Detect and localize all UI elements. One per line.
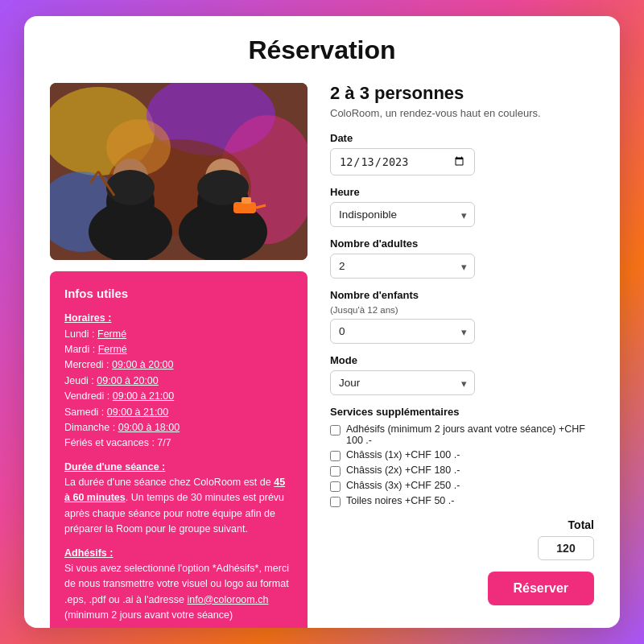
horaire-feries: Fériés et vacances : 7/7 — [64, 436, 293, 451]
service-item-2: Châssis (2x) +CHF 180 .- — [330, 464, 594, 477]
services-group: Services supplémentaires Adhésifs (minim… — [330, 406, 594, 507]
horaires-list: Lundi : Fermé Mardi : Fermé Mercredi : 0… — [64, 327, 293, 452]
horaire-jeudi: Jeudi : 09:00 à 20:00 — [64, 374, 293, 389]
room-title: 2 à 3 personnes — [330, 83, 594, 104]
heure-select-wrapper: Indisponible — [330, 202, 475, 227]
right-column: 2 à 3 personnes ColoRoom, un rendez-vous… — [330, 83, 594, 628]
enfants-sublabel: (Jusqu'à 12 ans) — [330, 305, 594, 315]
total-label: Total — [568, 518, 594, 531]
horaire-jeudi-link[interactable]: 09:00 à 20:00 — [97, 375, 158, 386]
horaire-dimanche: Dimanche : 09:00 à 18:00 — [64, 420, 293, 436]
service-item-1: Châssis (1x) +CHF 100 .- — [330, 449, 594, 461]
service-checkbox-2[interactable] — [330, 466, 341, 477]
duree-link[interactable]: 45 à 60 minutes — [64, 477, 285, 503]
horaire-lundi-link[interactable]: Fermé — [97, 328, 126, 340]
duree-label: Durée d'une séance : — [64, 460, 293, 475]
mode-select[interactable]: Jour Soir — [330, 370, 475, 395]
adhesifs-text: Si vous avez selectionné l'option *Adhés… — [64, 563, 289, 621]
horaire-mercredi-link[interactable]: 09:00 à 20:00 — [112, 359, 173, 370]
horaire-mardi: Mardi : Fermé — [64, 342, 293, 357]
horaires-label: Horaires : — [64, 311, 293, 326]
svg-point-10 — [106, 170, 155, 205]
date-label: Date — [330, 132, 594, 144]
service-label-2: Châssis (2x) +CHF 180 .- — [346, 464, 460, 476]
total-section: Total 120 Réserver — [330, 518, 594, 605]
heure-select[interactable]: Indisponible — [330, 202, 475, 227]
reservation-card: Réservation — [24, 16, 620, 628]
adultes-select[interactable]: 1 2 3 — [330, 254, 475, 279]
service-checkbox-4[interactable] — [330, 497, 341, 507]
adultes-group: Nombre d'adultes 1 2 3 — [330, 237, 594, 279]
enfants-select-wrapper: 0 1 2 — [330, 319, 475, 344]
horaire-vendredi: Vendredi : 09:00 à 21:00 — [64, 389, 293, 404]
date-input[interactable] — [330, 148, 475, 175]
svg-rect-19 — [242, 197, 251, 204]
service-item-0: Adhésifs (minimum 2 jours avant votre sé… — [330, 423, 594, 446]
horaire-mardi-link[interactable]: Fermé — [98, 344, 127, 355]
room-subtitle: ColoRoom, un rendez-vous haut en couleur… — [330, 107, 594, 119]
service-item-3: Châssis (3x) +CHF 250 .- — [330, 480, 594, 492]
adhesifs-email-link[interactable]: info@coloroom.ch — [187, 594, 268, 605]
service-label-4: Toiles noires +CHF 50 .- — [346, 495, 454, 506]
horaire-dimanche-link[interactable]: 09:00 à 18:00 — [118, 422, 180, 433]
left-column: Infos utiles Horaires : Lundi : Fermé Ma… — [50, 83, 308, 628]
heure-label: Heure — [330, 186, 594, 198]
enfants-label: Nombre d'enfants — [330, 289, 594, 301]
services-title: Services supplémentaires — [330, 406, 594, 418]
mode-label: Mode — [330, 354, 594, 366]
mode-select-wrapper: Jour Soir — [330, 370, 475, 395]
hero-image — [50, 83, 308, 260]
date-group: Date — [330, 132, 594, 175]
horaire-vendredi-link[interactable]: 09:00 à 21:00 — [113, 390, 174, 402]
service-label-0: Adhésifs (minimum 2 jours avant votre sé… — [346, 423, 594, 446]
enfants-group: Nombre d'enfants (Jusqu'à 12 ans) 0 1 2 — [330, 289, 594, 344]
service-item-4: Toiles noires +CHF 50 .- — [330, 495, 594, 507]
horaire-mercredi: Mercredi : 09:00 à 20:00 — [64, 357, 293, 373]
duree-text: La durée d'une séance chez ColoRoom est … — [64, 477, 285, 535]
svg-rect-18 — [233, 202, 256, 213]
enfants-select[interactable]: 0 1 2 — [330, 319, 475, 344]
page-title: Réservation — [50, 35, 594, 65]
mode-group: Mode Jour Soir — [330, 354, 594, 395]
heure-group: Heure Indisponible — [330, 186, 594, 227]
service-label-3: Châssis (3x) +CHF 250 .- — [346, 480, 460, 491]
service-checkbox-0[interactable] — [330, 425, 341, 436]
adhesifs-label: Adhésifs : — [64, 546, 293, 561]
info-box: Infos utiles Horaires : Lundi : Fermé Ma… — [50, 271, 308, 628]
horaire-samedi-link[interactable]: 09:00 à 21:00 — [107, 407, 168, 418]
adultes-label: Nombre d'adultes — [330, 237, 594, 250]
service-checkbox-3[interactable] — [330, 481, 341, 492]
total-value: 120 — [538, 536, 594, 560]
svg-point-14 — [197, 170, 249, 205]
reserve-button[interactable]: Réserver — [488, 572, 595, 605]
adultes-select-wrapper: 1 2 3 — [330, 254, 475, 279]
horaire-samedi: Samedi : 09:00 à 21:00 — [64, 405, 293, 420]
info-box-title: Infos utiles — [64, 284, 293, 303]
service-checkbox-1[interactable] — [330, 451, 341, 461]
main-layout: Infos utiles Horaires : Lundi : Fermé Ma… — [50, 83, 594, 628]
horaire-lundi: Lundi : Fermé — [64, 327, 293, 342]
service-label-1: Châssis (1x) +CHF 100 .- — [346, 449, 460, 460]
